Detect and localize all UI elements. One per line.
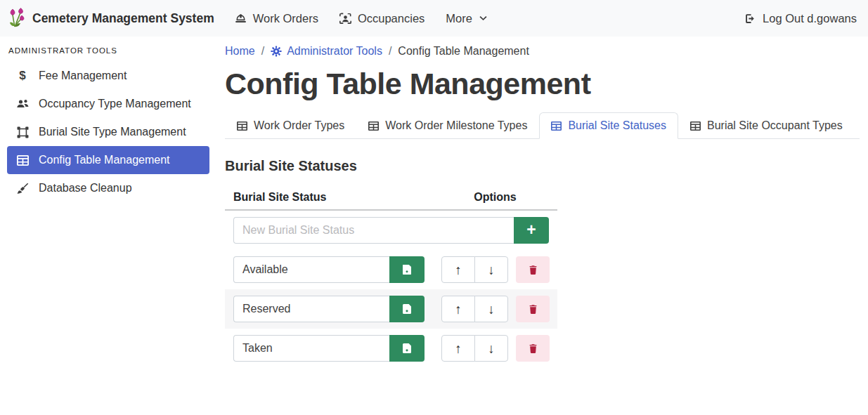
tab-burial-site-occupant-types[interactable]: Burial Site Occupant Types [678, 112, 855, 139]
sidebar-item-config-table-management[interactable]: Config Table Management [7, 146, 209, 174]
save-floppy-icon [401, 264, 413, 275]
tab-label: Burial Site Occupant Types [707, 119, 843, 132]
dollar-icon: $ [15, 69, 30, 83]
nav-links: Work Orders Occupancies More [224, 5, 498, 32]
logout-button[interactable]: Log Out d.gowans [744, 12, 857, 25]
arrow-up-icon: ↑ [455, 341, 462, 356]
tab-work-order-types[interactable]: Work Order Types [225, 112, 356, 139]
breadcrumb-label: Administrator Tools [287, 45, 382, 58]
tab-label: Work Order Milestone Types [385, 119, 527, 132]
tulips-logo-icon [7, 8, 26, 29]
tab-bar: Work Order Types Work Order Milestone Ty… [225, 112, 860, 139]
reorder-button-group: ↑ ↓ [441, 296, 508, 322]
broom-icon [15, 183, 30, 195]
add-status-button[interactable]: + [514, 217, 549, 244]
section-heading: Burial Site Statuses [225, 158, 860, 174]
page-title: Config Table Management [225, 67, 860, 101]
move-up-button[interactable]: ↑ [441, 296, 475, 322]
sidebar-item-label: Database Cleanup [39, 182, 132, 195]
save-button[interactable] [389, 256, 425, 283]
save-floppy-icon [401, 343, 413, 354]
breadcrumb: Home / [225, 45, 860, 58]
breadcrumb-admin-tools-link[interactable]: Administrator Tools [271, 45, 382, 58]
arrow-down-icon: ↓ [488, 341, 495, 356]
main-content: Home / [216, 37, 868, 415]
nav-item-work-orders[interactable]: Work Orders [224, 5, 329, 32]
tab-label: Work Order Types [254, 119, 344, 132]
person-bounding-box-icon [339, 13, 351, 25]
hard-hat-icon [235, 13, 247, 25]
brand[interactable]: Cemetery Management System [7, 8, 214, 29]
tab-work-order-milestone-types[interactable]: Work Order Milestone Types [356, 112, 539, 139]
trash-icon [528, 343, 538, 354]
nav-item-more[interactable]: More [435, 5, 498, 32]
status-input[interactable] [233, 335, 389, 362]
nav-item-label: More [446, 12, 472, 25]
sidebar-item-label: Config Table Management [39, 154, 170, 166]
sidebar-item-database-cleanup[interactable]: Database Cleanup [7, 174, 209, 202]
table-header-row: Burial Site Status Options [225, 185, 557, 211]
column-header-options: Options [433, 185, 557, 209]
reorder-button-group: ↑ ↓ [441, 256, 508, 283]
breadcrumb-current: Config Table Management [398, 45, 529, 58]
save-button[interactable] [389, 296, 425, 322]
people-icon [15, 98, 30, 110]
reorder-button-group: ↑ ↓ [441, 335, 508, 362]
bounding-box-icon [15, 126, 30, 138]
sidebar-item-burial-site-type-management[interactable]: Burial Site Type Management [7, 118, 209, 146]
gear-icon [271, 46, 282, 57]
trash-icon [528, 304, 538, 315]
status-row-taken: ↑ ↓ [225, 329, 557, 368]
column-header-status: Burial Site Status [225, 185, 433, 209]
breadcrumb-home-link[interactable]: Home [225, 45, 255, 58]
move-down-button[interactable]: ↓ [474, 335, 508, 362]
save-button[interactable] [389, 335, 425, 362]
status-input[interactable] [233, 256, 389, 283]
new-status-input[interactable] [233, 217, 514, 244]
save-floppy-icon [401, 303, 413, 315]
move-down-button[interactable]: ↓ [474, 256, 508, 283]
nav-item-label: Occupancies [358, 12, 425, 25]
nav-item-label: Work Orders [253, 12, 318, 25]
sidebar-item-label: Fee Management [39, 70, 127, 82]
table-icon [690, 121, 701, 131]
sidebar-item-fee-management[interactable]: $ Fee Management [7, 62, 209, 90]
table-icon [551, 121, 562, 131]
breadcrumb-separator: / [261, 45, 264, 58]
top-navbar: Cemetery Management System Work Orders O… [0, 0, 868, 37]
table-icon [237, 121, 247, 131]
nav-item-occupancies[interactable]: Occupancies [329, 5, 435, 32]
move-down-button[interactable]: ↓ [474, 296, 508, 322]
box-arrow-right-icon [744, 13, 756, 25]
status-row-available: ↑ ↓ [225, 250, 557, 289]
trash-icon [528, 265, 538, 275]
plus-icon: + [526, 222, 536, 239]
logout-label: Log Out d.gowans [763, 12, 857, 25]
new-status-row: + [225, 211, 557, 250]
sidebar-item-label: Occupancy Type Management [39, 98, 191, 110]
breadcrumb-separator: / [389, 45, 391, 58]
sidebar-item-label: Burial Site Type Management [39, 126, 186, 138]
delete-button[interactable] [516, 335, 550, 362]
tab-burial-site-statuses[interactable]: Burial Site Statuses [539, 112, 678, 139]
delete-button[interactable] [516, 296, 550, 322]
status-row-reserved: ↑ ↓ [225, 289, 557, 329]
arrow-up-icon: ↑ [455, 263, 462, 277]
app-title: Cemetery Management System [32, 11, 214, 26]
arrow-down-icon: ↓ [488, 302, 495, 317]
move-up-button[interactable]: ↑ [441, 256, 475, 283]
table-icon [368, 121, 379, 131]
table-icon [15, 154, 30, 166]
arrow-down-icon: ↓ [488, 263, 495, 277]
chevron-down-icon [479, 14, 488, 23]
burial-site-status-table: Burial Site Status Options + [225, 185, 557, 368]
sidebar-heading: ADMINISTRATOR TOOLS [0, 45, 216, 62]
move-up-button[interactable]: ↑ [441, 335, 475, 362]
status-input[interactable] [233, 296, 389, 322]
arrow-up-icon: ↑ [455, 302, 462, 317]
sidebar-item-occupancy-type-management[interactable]: Occupancy Type Management [7, 90, 209, 118]
tab-label: Burial Site Statuses [568, 119, 666, 132]
sidebar: ADMINISTRATOR TOOLS $ Fee Management Occ… [0, 37, 216, 202]
delete-button[interactable] [516, 256, 550, 283]
